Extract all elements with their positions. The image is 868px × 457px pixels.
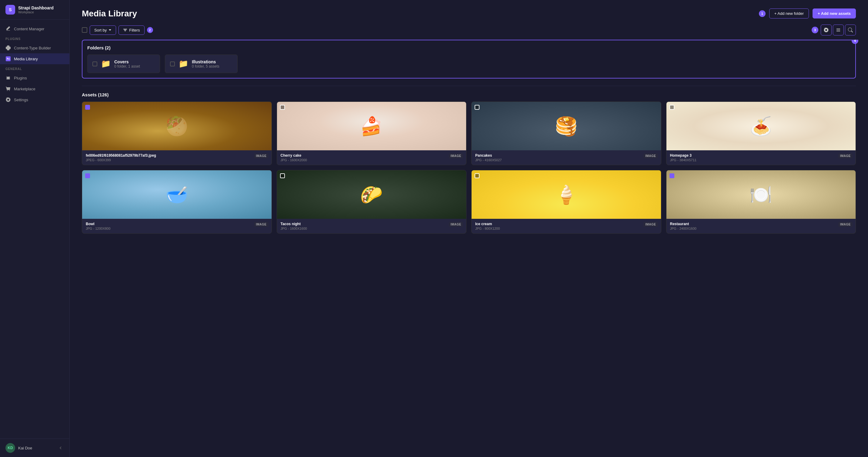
folder-checkbox-covers[interactable]	[92, 62, 97, 66]
asset-name-restaurant: Restaurant	[670, 222, 852, 226]
collapse-sidebar-button[interactable]	[58, 445, 64, 451]
folder-card-illustrations[interactable]: 📁 Illustrations 0 folder, 5 assets	[165, 55, 238, 73]
list-view-button[interactable]	[833, 25, 844, 35]
sidebar-section-general: GENERAL	[0, 64, 69, 72]
asset-checkbox-icecream[interactable]	[475, 173, 479, 178]
asset-name-tacos: Tacos night	[281, 222, 463, 226]
header-badge: 1	[759, 10, 766, 17]
asset-name-cake: Cherry cake	[281, 153, 463, 158]
avatar: KD	[5, 443, 15, 453]
asset-checkbox-homepage3[interactable]	[670, 105, 674, 110]
asset-card-icecream[interactable]: 🍦 Ice cream JPG - 800X1200 IMAGE	[471, 170, 661, 234]
select-all-checkbox[interactable]	[82, 27, 87, 33]
sidebar-item-content-type-builder[interactable]: Content-Type Builder	[0, 42, 69, 53]
asset-card-bowl[interactable]: 🥣 Bowl JPG - 1200X800 IMAGE	[82, 170, 272, 234]
asset-meta-cake: JPG - 1600X2000	[281, 158, 463, 162]
plugin-icon	[5, 75, 11, 81]
sidebar-footer: KD Kai Doe	[0, 438, 69, 457]
asset-image-container-restaurant: 🍽️	[666, 170, 856, 219]
main-content: Media Library 1 + Add new folder + Add n…	[70, 0, 868, 457]
folder-info-covers: Covers 0 folder, 1 asset	[114, 59, 140, 68]
asset-type-badge-sandwich: IMAGE	[254, 153, 268, 158]
folder-checkbox-illustrations[interactable]	[170, 62, 175, 66]
asset-meta-bowl: JPG - 1200X800	[86, 227, 268, 230]
filter-icon	[123, 28, 127, 32]
asset-meta-tacos: JPG - 1600X1600	[281, 227, 463, 230]
add-new-folder-button[interactable]: + Add new folder	[769, 8, 809, 19]
asset-checkbox-pancakes[interactable]	[475, 105, 479, 110]
sidebar-item-label: Marketplace	[14, 87, 35, 91]
folder-name-illustrations: Illustrations	[192, 59, 219, 64]
asset-thumbnail-tacos: 🌮	[277, 170, 466, 219]
sidebar-item-plugins[interactable]: Plugins	[0, 72, 69, 83]
asset-image-container-bowl: 🥣	[82, 170, 272, 219]
asset-meta-homepage3: JPG - 3840X5711	[670, 158, 852, 162]
filters-badge: 2	[147, 27, 153, 33]
filters-button[interactable]: Filters	[119, 26, 144, 35]
asset-card-pancakes[interactable]: 🥞 Pancakes JPG - 4160X5027 IMAGE	[471, 101, 661, 165]
asset-image-container-pancakes: 🥞	[472, 102, 661, 150]
asset-card-restaurant[interactable]: 🍽️ Restaurant JPG - 2400X1600 IMAGE	[666, 170, 856, 234]
asset-card-cherry-cake[interactable]: 🍰 Cherry cake JPG - 1600X2000 IMAGE	[277, 101, 467, 165]
folder-meta-illustrations: 0 folder, 5 assets	[192, 64, 219, 68]
section-divider	[82, 86, 856, 86]
asset-checkbox-cake[interactable]	[280, 105, 285, 110]
sort-by-button[interactable]: Sort by	[90, 26, 116, 35]
asset-checkbox-tacos[interactable]	[280, 173, 285, 178]
user-name: Kai Doe	[18, 446, 55, 450]
asset-meta-pancakes: JPG - 4160X5027	[475, 158, 657, 162]
search-icon	[848, 28, 853, 32]
asset-info-pancakes: Pancakes JPG - 4160X5027 IMAGE	[472, 150, 661, 165]
folder-card-covers[interactable]: 📁 Covers 0 folder, 1 asset	[87, 55, 160, 73]
asset-info-icecream: Ice cream JPG - 800X1200 IMAGE	[472, 219, 661, 233]
search-button[interactable]	[845, 25, 856, 35]
add-new-assets-button[interactable]: + Add new assets	[812, 8, 856, 19]
svg-point-1	[7, 58, 7, 59]
app-logo: S	[5, 5, 15, 14]
asset-type-badge-cake: IMAGE	[449, 153, 463, 158]
chevron-down-icon	[108, 29, 112, 32]
cart-icon	[5, 86, 11, 92]
asset-thumbnail-bowl: 🥣	[82, 170, 272, 219]
asset-name-bowl: Bowl	[86, 222, 268, 226]
sidebar-item-marketplace[interactable]: Marketplace	[0, 83, 69, 94]
sidebar-header: S Strapi Dashboard Workplace	[0, 0, 69, 20]
asset-type-badge-icecream: IMAGE	[644, 222, 658, 227]
toolbar-right-badge: 3	[812, 27, 818, 33]
asset-card-tacos[interactable]: 🌮 Tacos night JPG - 1600X1600 IMAGE	[277, 170, 467, 234]
assets-section-title: Assets (126)	[82, 92, 856, 97]
asset-image-container-icecream: 🍦	[472, 170, 661, 219]
asset-checkbox-sandwich[interactable]	[85, 105, 90, 110]
settings-view-button[interactable]	[821, 25, 832, 35]
asset-thumbnail-homepage3: 🍝	[666, 102, 856, 150]
image-icon	[5, 56, 11, 62]
sidebar-item-content-manager[interactable]: Content Manager	[0, 23, 69, 34]
header-actions: 1 + Add new folder + Add new assets	[759, 8, 856, 19]
sidebar-section-plugins: PLUGINS	[0, 34, 69, 42]
asset-checkbox-restaurant[interactable]	[670, 173, 674, 178]
sidebar-item-label: Content-Type Builder	[14, 46, 51, 50]
folders-section-badge: 4	[851, 40, 858, 44]
main-header: Media Library 1 + Add new folder + Add n…	[70, 0, 868, 25]
asset-type-badge-bowl: IMAGE	[254, 222, 268, 227]
asset-thumbnail-sandwich: 🥙	[82, 102, 272, 150]
folder-name-covers: Covers	[114, 59, 140, 64]
sidebar-item-settings[interactable]: Settings	[0, 94, 69, 105]
asset-image-container-tacos: 🌮	[277, 170, 466, 219]
asset-thumbnail-icecream: 🍦	[472, 170, 661, 219]
folders-section: Folders (2) 4 📁 Covers 0 folder, 1 asset…	[82, 40, 856, 79]
sidebar-item-media-library[interactable]: Media Library	[0, 53, 69, 64]
asset-name-icecream: Ice cream	[475, 222, 657, 226]
asset-info-cake: Cherry cake JPG - 1600X2000 IMAGE	[277, 150, 466, 165]
toolbar-left: Sort by Filters 2	[82, 26, 153, 35]
folder-icon-covers: 📁	[101, 59, 111, 68]
asset-card-sandwich[interactable]: 🥙 fe006ed91f619568081af52979b77af3.jpeg …	[82, 101, 272, 165]
asset-info-tacos: Tacos night JPG - 1600X1600 IMAGE	[277, 219, 466, 233]
asset-info-sandwich: fe006ed91f619568081af52979b77af3.jpeg JP…	[82, 150, 272, 165]
folder-info-illustrations: Illustrations 0 folder, 5 assets	[192, 59, 219, 68]
asset-name-sandwich: fe006ed91f619568081af52979b77af3.jpeg	[86, 153, 268, 158]
sidebar: S Strapi Dashboard Workplace Content Man…	[0, 0, 70, 457]
asset-card-homepage3[interactable]: 🍝 Homepage 3 JPG - 3840X5711 IMAGE	[666, 101, 856, 165]
asset-image-container-cake: 🍰	[277, 102, 466, 150]
asset-checkbox-bowl[interactable]	[85, 173, 90, 178]
